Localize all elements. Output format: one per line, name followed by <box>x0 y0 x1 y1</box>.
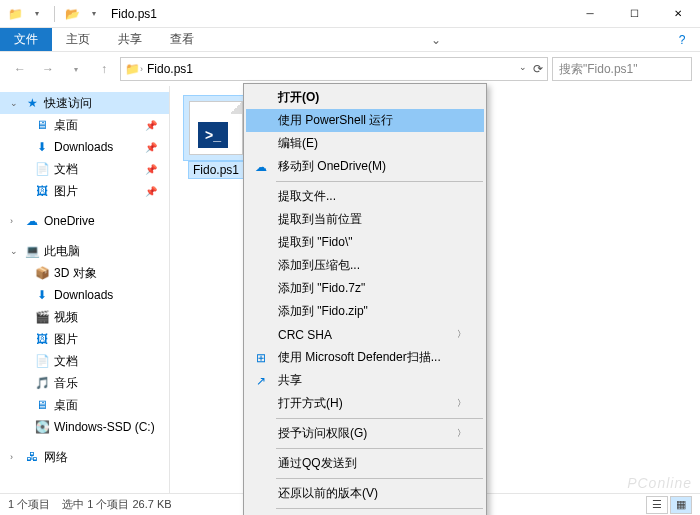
item-icon: 🖥 <box>34 397 50 413</box>
menu-item[interactable]: 提取到当前位置 <box>246 208 484 231</box>
tab-view[interactable]: 查看 <box>156 28 208 51</box>
sidebar-item[interactable]: 🎬视频 <box>0 306 169 328</box>
quick-access-toolbar: 📁 ▾ 📂 ▾ <box>0 5 103 23</box>
sidebar-item[interactable]: 📄文档 <box>0 350 169 372</box>
icons-view-button[interactable]: ▦ <box>670 496 692 514</box>
menu-item-label: 共享 <box>278 372 302 389</box>
sidebar-label: 网络 <box>44 449 68 466</box>
tab-file[interactable]: 文件 <box>0 28 52 51</box>
item-icon: 🖼 <box>34 331 50 347</box>
item-icon: ⬇ <box>34 139 50 155</box>
submenu-arrow-icon: 〉 <box>457 328 466 341</box>
menu-item[interactable]: 编辑(E) <box>246 132 484 155</box>
folder-icon: 📁 <box>6 5 24 23</box>
menu-item[interactable]: 添加到压缩包... <box>246 254 484 277</box>
view-switcher: ☰ ▦ <box>646 496 692 514</box>
sidebar-item[interactable]: 🎵音乐 <box>0 372 169 394</box>
menu-item[interactable]: ⊞使用 Microsoft Defender扫描... <box>246 346 484 369</box>
qat-more-icon[interactable]: ▾ <box>85 5 103 23</box>
menu-item[interactable]: 还原以前的版本(V) <box>246 482 484 505</box>
menu-item[interactable]: 打开(O) <box>246 86 484 109</box>
pin-icon: 📌 <box>145 142 157 153</box>
item-icon: 📄 <box>34 161 50 177</box>
submenu-arrow-icon: 〉 <box>457 427 466 440</box>
sidebar-item[interactable]: ⬇Downloads <box>0 284 169 306</box>
item-icon: 📄 <box>34 353 50 369</box>
status-selection: 选中 1 个项目 26.7 KB <box>62 497 171 512</box>
menu-item[interactable]: 通过QQ发送到 <box>246 452 484 475</box>
menu-item-label: 授予访问权限(G) <box>278 425 367 442</box>
menu-item-icon: ⊞ <box>253 350 269 366</box>
sidebar-item[interactable]: 🖥桌面📌 <box>0 114 169 136</box>
menu-item-label: 提取文件... <box>278 188 336 205</box>
address-dropdown-icon[interactable]: ⌄ <box>519 62 527 76</box>
recent-dropdown[interactable]: ▾ <box>64 57 88 81</box>
sidebar-item[interactable]: 📦3D 对象 <box>0 262 169 284</box>
ribbon-expand-icon[interactable]: ⌄ <box>418 28 454 51</box>
menu-item[interactable]: 添加到 "Fido.zip" <box>246 300 484 323</box>
menu-item[interactable]: CRC SHA〉 <box>246 323 484 346</box>
sidebar-item-this-pc[interactable]: ⌄ 💻 此电脑 <box>0 240 169 262</box>
close-button[interactable]: ✕ <box>656 0 700 28</box>
sidebar-item[interactable]: 💽Windows-SSD (C:) <box>0 416 169 438</box>
menu-separator <box>276 181 483 182</box>
back-button[interactable]: ← <box>8 57 32 81</box>
menu-item-icon: ☁ <box>253 159 269 175</box>
menu-item[interactable]: ☁移动到 OneDrive(M) <box>246 155 484 178</box>
item-icon: ⬇ <box>34 287 50 303</box>
minimize-button[interactable]: ─ <box>568 0 612 28</box>
maximize-button[interactable]: ☐ <box>612 0 656 28</box>
sidebar-label: 此电脑 <box>44 243 80 260</box>
item-icon: 📦 <box>34 265 50 281</box>
pc-icon: 💻 <box>24 243 40 259</box>
sidebar-label: 桌面 <box>54 117 78 134</box>
sidebar-item[interactable]: 🖼图片📌 <box>0 180 169 202</box>
search-input[interactable]: 搜索"Fido.ps1" <box>552 57 692 81</box>
tab-home[interactable]: 主页 <box>52 28 104 51</box>
status-count: 1 个项目 <box>8 497 50 512</box>
sidebar-label: 文档 <box>54 161 78 178</box>
breadcrumb[interactable]: Fido.ps1 <box>143 62 197 76</box>
menu-item[interactable]: 使用 PowerShell 运行 <box>246 109 484 132</box>
file-name: Fido.ps1 <box>189 162 243 178</box>
menu-item[interactable]: 添加到 "Fido.7z" <box>246 277 484 300</box>
tab-share[interactable]: 共享 <box>104 28 156 51</box>
menu-item[interactable]: ↗共享 <box>246 369 484 392</box>
menu-item-label: 添加到 "Fido.7z" <box>278 280 365 297</box>
sidebar-label: 桌面 <box>54 397 78 414</box>
menu-item-label: CRC SHA <box>278 328 332 342</box>
submenu-arrow-icon: 〉 <box>457 397 466 410</box>
menu-item[interactable]: 打开方式(H)〉 <box>246 392 484 415</box>
navigation-pane: ⌄ ★ 快速访问 🖥桌面📌⬇Downloads📌📄文档📌🖼图片📌 › ☁ One… <box>0 86 170 493</box>
sidebar-item-network[interactable]: › 🖧 网络 <box>0 446 169 468</box>
chevron-down-icon: ⌄ <box>10 246 20 256</box>
divider <box>54 6 55 22</box>
sidebar-item[interactable]: 📄文档📌 <box>0 158 169 180</box>
menu-item-label: 打开(O) <box>278 89 319 106</box>
star-icon: ★ <box>24 95 40 111</box>
sidebar-label: Downloads <box>54 288 113 302</box>
sidebar-label: OneDrive <box>44 214 95 228</box>
pin-icon: 📌 <box>145 120 157 131</box>
menu-item[interactable]: 提取文件... <box>246 185 484 208</box>
menu-item[interactable]: 授予访问权限(G)〉 <box>246 422 484 445</box>
item-icon: 🖥 <box>34 117 50 133</box>
qat-dropdown-icon[interactable]: ▾ <box>28 5 46 23</box>
help-icon[interactable]: ? <box>664 28 700 51</box>
folder-icon: 📁 <box>125 62 140 76</box>
refresh-icon[interactable]: ⟳ <box>533 62 543 76</box>
file-item[interactable]: >_ Fido.ps1 <box>180 96 252 178</box>
menu-item-label: 添加到压缩包... <box>278 257 360 274</box>
address-box[interactable]: 📁 › Fido.ps1 ⌄ ⟳ <box>120 57 548 81</box>
chevron-down-icon: ⌄ <box>10 98 20 108</box>
forward-button[interactable]: → <box>36 57 60 81</box>
sidebar-item[interactable]: 🖼图片 <box>0 328 169 350</box>
sidebar-item[interactable]: 🖥桌面 <box>0 394 169 416</box>
sidebar-item-onedrive[interactable]: › ☁ OneDrive <box>0 210 169 232</box>
sidebar-item-quick-access[interactable]: ⌄ ★ 快速访问 <box>0 92 169 114</box>
sidebar-item[interactable]: ⬇Downloads📌 <box>0 136 169 158</box>
menu-item-label: 提取到当前位置 <box>278 211 362 228</box>
details-view-button[interactable]: ☰ <box>646 496 668 514</box>
up-button[interactable]: ↑ <box>92 57 116 81</box>
menu-item[interactable]: 提取到 "Fido\" <box>246 231 484 254</box>
